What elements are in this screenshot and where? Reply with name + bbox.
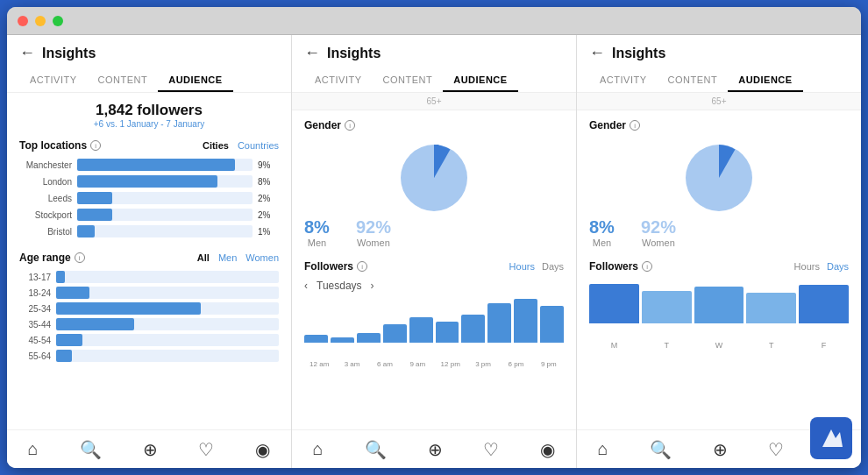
top-locations-info-icon: i (90, 140, 101, 151)
hours-link-3[interactable]: Hours (794, 261, 820, 272)
time-links-2: Hours Days (509, 261, 564, 272)
hour-bar-5 (409, 317, 433, 343)
followers-change: +6 vs. 1 January - 7 January (19, 119, 279, 129)
bar-row-london: London 8% (19, 175, 279, 188)
age-fill-55 (56, 350, 72, 362)
nav-heart-3[interactable]: ♡ (761, 436, 791, 464)
countries-link[interactable]: Countries (238, 140, 279, 151)
tab-3-activity[interactable]: ACTIVITY (589, 69, 658, 92)
gender-men-pct-2: 8% (304, 217, 330, 238)
nav-add-3[interactable]: ⊕ (706, 436, 735, 464)
age-women-link[interactable]: Women (245, 252, 279, 263)
back-arrow-3[interactable]: ← (589, 44, 605, 62)
followers-count: 1,842 followers +6 vs. 1 January - 7 Jan… (19, 102, 279, 129)
top-locations-links: Cities Countries (203, 140, 279, 151)
next-nav-2[interactable]: › (371, 280, 374, 292)
age-fill-13 (56, 271, 65, 283)
gender-men-pct-3: 8% (589, 217, 615, 238)
nav-search-2[interactable]: 🔍 (358, 436, 394, 464)
nav-search-1[interactable]: 🔍 (73, 436, 109, 464)
age-men-link[interactable]: Men (218, 252, 237, 263)
nav-heart-1[interactable]: ♡ (191, 436, 221, 464)
close-button[interactable] (18, 16, 28, 26)
tab-3-content[interactable]: CONTENT (658, 69, 729, 92)
screen-1-bottom-nav: ⌂ 🔍 ⊕ ♡ ◉ (7, 429, 291, 468)
bar-label-stockport: Stockport (19, 210, 72, 220)
cities-link[interactable]: Cities (203, 140, 229, 151)
age-fill-45 (56, 334, 82, 346)
bar-track-bristol (77, 225, 253, 238)
back-arrow-1[interactable]: ← (19, 44, 35, 62)
gender-chart-container-2 (304, 138, 564, 217)
hour-bars-2 (304, 299, 564, 360)
age-all-link[interactable]: All (197, 252, 210, 263)
bar-row-leeds: Leeds 2% (19, 192, 279, 204)
bar-pct-manchester: 9% (258, 160, 279, 170)
hour-bar-4 (383, 324, 407, 344)
nav-add-1[interactable]: ⊕ (136, 436, 165, 464)
gender-women-pct-2: 92% (356, 217, 391, 238)
gender-pie-chart-3 (675, 138, 763, 217)
followers-header-3: Followers i Hours Days (589, 260, 849, 273)
days-link-2[interactable]: Days (542, 261, 564, 272)
maximize-button[interactable] (53, 16, 63, 26)
tab-1-content[interactable]: CONTENT (88, 69, 159, 92)
screen-1-title: Insights (42, 46, 96, 61)
age-row-45: 45-54 (19, 334, 279, 346)
gender-women-stat-2: 92% Women (356, 217, 391, 248)
nav-home-3[interactable]: ⌂ (590, 436, 615, 463)
bar-label-london: London (19, 177, 72, 187)
gender-info-icon-2: i (345, 120, 355, 131)
bar-pct-stockport: 2% (258, 210, 279, 220)
bar-fill-leeds (77, 192, 112, 204)
nav-heart-2[interactable]: ♡ (476, 436, 506, 464)
age-row-25: 25-34 (19, 302, 279, 315)
screen-3-tabs: ACTIVITY CONTENT AUDIENCE (589, 69, 849, 92)
prev-nav-2[interactable]: ‹ (304, 280, 308, 292)
screen-3-header: ← Insights ACTIVITY CONTENT AUDIENCE (577, 35, 861, 93)
nav-profile-1[interactable]: ◉ (248, 436, 277, 464)
hours-link-2[interactable]: Hours (509, 261, 535, 272)
day-label-M: M (589, 341, 639, 350)
time-label-12pm: 12 pm (436, 360, 466, 368)
bar-label-bristol: Bristol (19, 227, 72, 237)
tab-2-audience[interactable]: AUDIENCE (443, 69, 517, 92)
nav-add-2[interactable]: ⊕ (421, 436, 450, 464)
nav-search-3[interactable]: 🔍 (643, 436, 679, 464)
watermark (810, 417, 852, 459)
bar-fill-bristol (77, 225, 95, 238)
day-bar-T2 (746, 293, 796, 323)
tab-3-audience[interactable]: AUDIENCE (728, 69, 802, 92)
back-arrow-2[interactable]: ← (304, 44, 320, 62)
tab-1-activity[interactable]: ACTIVITY (19, 69, 88, 92)
tab-1-audience[interactable]: AUDIENCE (158, 69, 232, 92)
bar-row-bristol: Bristol 1% (19, 225, 279, 238)
hour-bars-container: 12 am 3 am 6 am 9 am 12 pm 3 pm 6 pm 9 p… (304, 299, 564, 368)
tab-2-content[interactable]: CONTENT (373, 69, 444, 92)
gender-title-3: Gender (589, 119, 626, 131)
nav-home-1[interactable]: ⌂ (20, 436, 45, 463)
bar-row-manchester: Manchester 9% (19, 159, 279, 171)
nav-home-2[interactable]: ⌂ (305, 436, 330, 463)
day-bar-F (799, 285, 849, 323)
gender-title-row-2: Gender i (304, 119, 564, 131)
browser-window: ← Insights ACTIVITY CONTENT AUDIENCE 1,8… (7, 7, 861, 468)
screen-2-tabs: ACTIVITY CONTENT AUDIENCE (304, 69, 564, 92)
age-range-info-icon: i (75, 252, 85, 263)
age-range-links: All Men Women (197, 252, 279, 263)
gender-title-row-3: Gender i (589, 119, 849, 131)
day-label-W: W (694, 341, 744, 350)
gender-section-2: Gender i (304, 119, 564, 248)
followers-chart-title-2: Followers (304, 260, 353, 273)
back-row-1: ← Insights (19, 44, 279, 62)
time-links-3: Hours Days (794, 261, 849, 272)
back-row-2: ← Insights (304, 44, 564, 62)
nav-profile-2[interactable]: ◉ (533, 436, 562, 464)
tab-2-activity[interactable]: ACTIVITY (304, 69, 373, 92)
days-link-3[interactable]: Days (827, 261, 849, 272)
minimize-button[interactable] (35, 16, 46, 26)
bar-label-leeds: Leeds (19, 194, 72, 203)
screen-2-title: Insights (327, 46, 381, 61)
bar-fill-london (77, 175, 217, 188)
age-label-55: 55-64 (19, 351, 51, 361)
